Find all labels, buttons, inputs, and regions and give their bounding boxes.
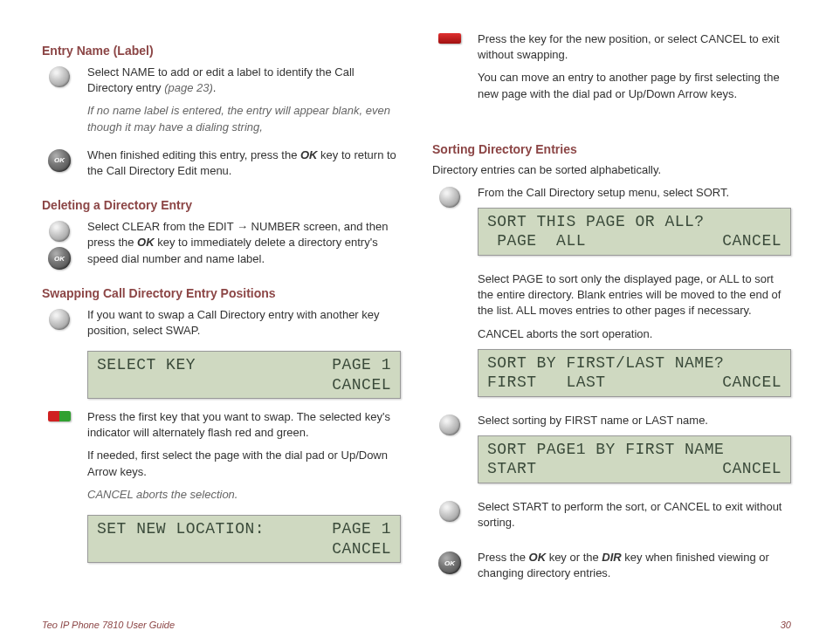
note-paragraph: CANCEL aborts the selection. <box>87 487 401 503</box>
led-redgreen-icon <box>48 411 71 421</box>
ok-button-icon: OK <box>48 247 71 270</box>
block-sort-select: From the Call Directory setup menu, sele… <box>432 185 791 266</box>
block-new-position: Press the key for the new position, or s… <box>432 31 791 109</box>
paragraph: Press the first key that you want to swa… <box>87 409 401 441</box>
paragraph: If you want to swap a Call Directory ent… <box>87 307 401 339</box>
softkey-icon <box>49 221 70 242</box>
paragraph: From the Call Directory setup menu, sele… <box>478 185 791 201</box>
ok-button-icon: OK <box>48 149 71 172</box>
footer-page-number: 30 <box>781 620 791 630</box>
softkey-icon <box>49 66 70 87</box>
heading-entry-name: Entry Name (Label) <box>42 44 401 58</box>
led-red-icon <box>438 33 461 44</box>
paragraph: Select sorting by FIRST name or LAST nam… <box>478 413 791 428</box>
lcd-set-new-location: SET NEW LOCATION:PAGE 1 CANCEL <box>87 515 401 563</box>
note-paragraph: If no name label is entered, the entry w… <box>87 103 401 134</box>
lcd-sort-page-all: SORT THIS PAGE OR ALL? PAGE ALLCANCEL <box>478 208 791 256</box>
block-name-select: Select NAME to add or edit a label to id… <box>42 65 401 142</box>
heading-sorting: Sorting Directory Entries <box>432 142 791 156</box>
block-swap: If you want to swap a Call Directory ent… <box>42 307 401 346</box>
paragraph: CANCEL aborts the sort operation. <box>478 326 791 342</box>
block-ok-finish: OK Press the OK key or the DIR key when … <box>432 550 791 588</box>
softkey-icon <box>49 309 70 330</box>
block-sort-by-name: Select sorting by FIRST name or LAST nam… <box>432 413 791 494</box>
paragraph: You can move an entry to another page by… <box>478 70 791 101</box>
paragraph: If needed, first select the page with th… <box>87 448 401 479</box>
block-swap-led: Press the first key that you want to swa… <box>42 409 401 510</box>
block-sort-explain: Select PAGE to sort only the displayed p… <box>432 271 791 408</box>
paragraph: Select PAGE to sort only the displayed p… <box>478 271 791 319</box>
softkey-icon <box>439 501 460 522</box>
footer-title: Teo IP Phone 7810 User Guide <box>42 620 175 630</box>
heading-swapping: Swapping Call Directory Entry Positions <box>42 286 401 300</box>
paragraph: Press the key for the new position, or s… <box>478 31 791 63</box>
paragraph: Select START to perform the sort, or CAN… <box>478 499 791 531</box>
lcd-sort-firstlast: SORT BY FIRST/LAST NAME? FIRST LASTCANCE… <box>478 349 791 397</box>
block-ok-return: OK When finished editing this entry, pre… <box>42 147 401 186</box>
lcd-sort-start: SORT PAGE1 BY FIRST NAME STARTCANCEL <box>478 435 791 483</box>
page-content: Entry Name (Label) Select NAME to add or… <box>0 0 833 594</box>
heading-deleting: Deleting a Directory Entry <box>42 198 401 212</box>
softkey-icon <box>439 414 460 435</box>
block-delete: OK Select CLEAR from the EDIT → NUMBER s… <box>42 219 401 274</box>
paragraph: When finished editing this entry, press … <box>87 147 401 179</box>
left-column: Entry Name (Label) Select NAME to add or… <box>42 31 401 594</box>
paragraph: Press the OK key or the DIR key when fin… <box>478 550 791 581</box>
block-start-sort: Select START to perform the sort, or CAN… <box>432 499 791 538</box>
paragraph: Select CLEAR from the EDIT → NUMBER scre… <box>87 219 401 267</box>
softkey-icon <box>439 187 460 208</box>
right-column: Press the key for the new position, or s… <box>432 31 791 594</box>
paragraph: Directory entries can be sorted alphabet… <box>432 163 791 176</box>
paragraph: Select NAME to add or edit a label to id… <box>87 65 401 96</box>
page-footer: Teo IP Phone 7810 User Guide 30 <box>42 620 791 630</box>
lcd-select-key: SELECT KEYPAGE 1 CANCEL <box>87 351 401 399</box>
ok-button-icon: OK <box>438 552 461 574</box>
